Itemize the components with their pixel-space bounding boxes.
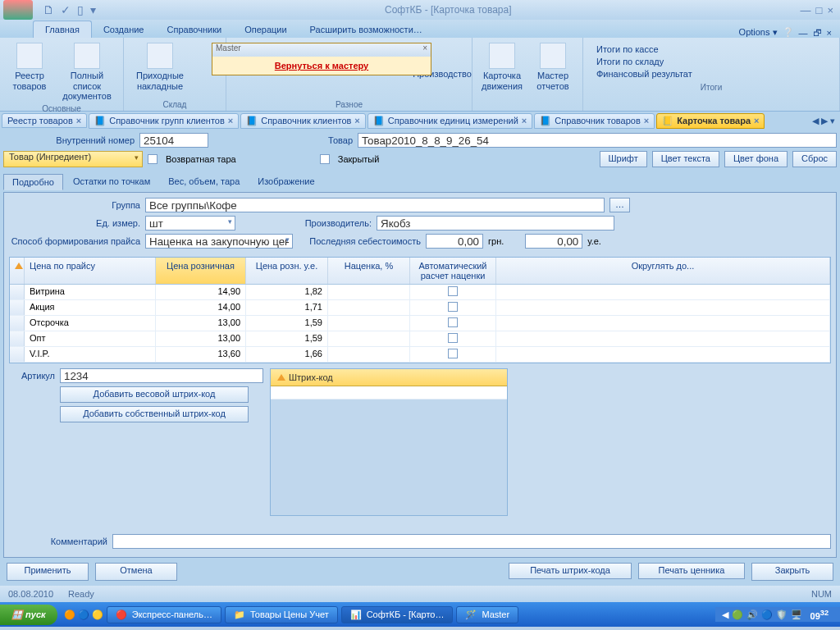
- tab-main[interactable]: Главная: [33, 21, 92, 38]
- tray-icon[interactable]: 🖥️: [791, 609, 802, 620]
- tray-icon[interactable]: ◀: [722, 609, 728, 620]
- tab-close-icon[interactable]: ×: [522, 116, 527, 126]
- qat-bookmark-icon[interactable]: ▯: [77, 3, 84, 16]
- price-row[interactable]: Опт13,001,59: [10, 331, 830, 347]
- reset-button[interactable]: Сброс: [792, 151, 837, 167]
- price-round[interactable]: [496, 316, 830, 331]
- price-markup[interactable]: [328, 347, 410, 362]
- add-weight-barcode-button[interactable]: Добавить весовой штрих-код: [60, 386, 249, 403]
- taskbar-item-folder[interactable]: 📁 Товары Цены Учет: [225, 606, 338, 623]
- maximize-button[interactable]: □: [816, 4, 823, 16]
- master-return-link[interactable]: Вернуться к мастеру: [212, 57, 431, 75]
- return-tara-checkbox[interactable]: [148, 154, 158, 164]
- price-auto[interactable]: [410, 285, 496, 299]
- taskbar-item-softkb[interactable]: 📊 СофтКБ - [Карто…: [341, 606, 454, 623]
- tab-close-icon[interactable]: ×: [644, 116, 649, 126]
- taskbar-item-opera[interactable]: 🔴 Экспресс-панель…: [107, 606, 221, 623]
- col-markup[interactable]: Наценка, %: [328, 258, 410, 284]
- tab-extend[interactable]: Расширить возможности…: [299, 21, 434, 38]
- mdi-minimize-icon[interactable]: —: [799, 28, 808, 38]
- ribbon-btn-registry[interactable]: Реестр товаров: [7, 41, 52, 103]
- col-price-name[interactable]: Цена по прайсу: [25, 258, 156, 284]
- group-browse-button[interactable]: …: [609, 198, 630, 212]
- tab-dictionaries[interactable]: Справочники: [156, 21, 234, 38]
- col-retail[interactable]: Цена розничная: [156, 258, 246, 284]
- unit-select[interactable]: [145, 216, 235, 231]
- price-round[interactable]: [496, 331, 830, 346]
- inner-number-input[interactable]: [139, 133, 208, 148]
- add-own-barcode-button[interactable]: Добавить собственный штрих-код: [60, 406, 249, 422]
- price-row[interactable]: Отсрочка13,001,59: [10, 316, 830, 331]
- master-close-icon[interactable]: ×: [422, 43, 427, 57]
- ribbon-btn-fulllist[interactable]: Полный список документов: [57, 41, 116, 103]
- group-input[interactable]: [145, 198, 605, 212]
- col-auto-markup[interactable]: Автоматический расчет наценки: [410, 258, 496, 284]
- options-dropdown[interactable]: Options ▾: [739, 27, 778, 38]
- tab-close-icon[interactable]: ×: [228, 116, 233, 126]
- price-auto[interactable]: [410, 347, 496, 362]
- price-retail-ue[interactable]: 1,59: [246, 316, 328, 331]
- price-retail-ue[interactable]: 1,66: [246, 347, 328, 362]
- qat-dropdown-icon[interactable]: ▾: [90, 3, 96, 16]
- ribbon-btn-movement[interactable]: Карточка движения: [479, 41, 525, 99]
- tab-close-icon[interactable]: ×: [76, 116, 81, 126]
- cancel-button[interactable]: Отмена: [95, 563, 177, 581]
- tabs-menu-icon[interactable]: ▾: [830, 116, 835, 126]
- price-retail-ue[interactable]: 1,82: [246, 285, 328, 299]
- ribbon-link-cash-totals[interactable]: Итоги по кассе: [596, 44, 826, 54]
- price-retail[interactable]: 14,90: [156, 285, 246, 299]
- tabs-next-icon[interactable]: ▶: [821, 116, 828, 126]
- doctab-client-groups[interactable]: 📘Справочник групп клиентов×: [89, 113, 239, 129]
- ribbon-link-fin-result[interactable]: Финансовый результат: [596, 69, 826, 79]
- last-cost-grn-input[interactable]: [426, 234, 483, 249]
- taskbar-item-master[interactable]: 🪄 Master: [456, 606, 518, 623]
- ribbon-btn-incoming[interactable]: Приходные накладные: [130, 41, 189, 99]
- doctab-products[interactable]: 📘Справочник товаров×: [534, 113, 655, 129]
- tray-icon[interactable]: 🔵: [761, 609, 773, 620]
- system-tray[interactable]: ◀ 🟢 🔊 🔵 🛡️ 🖥️ 0932: [715, 607, 840, 623]
- tab-operations[interactable]: Операции: [233, 21, 298, 38]
- start-button[interactable]: 🪟 пуск: [0, 605, 57, 625]
- price-round[interactable]: [496, 347, 830, 362]
- price-markup[interactable]: [328, 331, 410, 346]
- price-round[interactable]: [496, 285, 830, 299]
- col-round[interactable]: Округлять до...: [496, 258, 830, 284]
- col-retail-ue[interactable]: Цена розн. у.е.: [246, 258, 328, 284]
- close-button[interactable]: ×: [827, 4, 833, 16]
- print-barcode-button[interactable]: Печать штрих-кода: [509, 563, 632, 579]
- help-icon[interactable]: ❔: [783, 27, 794, 38]
- qat-check-icon[interactable]: ✓: [61, 3, 71, 16]
- tray-icon[interactable]: 🛡️: [776, 609, 788, 620]
- producer-input[interactable]: [377, 216, 614, 231]
- article-input[interactable]: [60, 368, 263, 383]
- last-cost-ue-input[interactable]: [525, 234, 582, 249]
- subtab-weight[interactable]: Вес, объем, тара: [160, 174, 248, 190]
- doctab-product-card[interactable]: 📒Карточка товара×: [656, 113, 765, 129]
- tray-icon[interactable]: 🟢: [732, 609, 743, 620]
- tabs-prev-icon[interactable]: ◀: [812, 116, 819, 126]
- price-retail[interactable]: 13,00: [156, 331, 246, 346]
- price-markup[interactable]: [328, 300, 410, 315]
- barcode-empty-row[interactable]: [271, 386, 507, 399]
- apply-button[interactable]: Применить: [7, 563, 89, 581]
- ribbon-link-stock-totals[interactable]: Итоги по складу: [596, 57, 826, 66]
- comment-input[interactable]: [112, 534, 831, 549]
- price-retail[interactable]: 13,00: [156, 316, 246, 331]
- doctab-clients[interactable]: 📘Справочник клиентов×: [240, 113, 366, 129]
- product-name-input[interactable]: [358, 133, 837, 148]
- price-auto[interactable]: [410, 316, 496, 331]
- mdi-restore-icon[interactable]: 🗗: [813, 28, 822, 38]
- closed-checkbox[interactable]: [320, 154, 330, 164]
- price-retail[interactable]: 13,60: [156, 347, 246, 362]
- print-tag-button[interactable]: Печать ценника: [638, 563, 745, 579]
- price-auto[interactable]: [410, 331, 496, 346]
- price-round[interactable]: [496, 300, 830, 315]
- price-auto[interactable]: [410, 300, 496, 315]
- qat-new-icon[interactable]: 🗋: [43, 3, 54, 16]
- tab-create[interactable]: Создание: [92, 21, 156, 38]
- font-button[interactable]: Шрифт: [600, 151, 647, 167]
- tab-close-icon[interactable]: ×: [354, 116, 359, 126]
- doctab-units[interactable]: 📘Справочник единиц измерений×: [368, 113, 532, 129]
- price-method-select[interactable]: [145, 234, 293, 249]
- text-color-button[interactable]: Цвет текста: [652, 151, 719, 167]
